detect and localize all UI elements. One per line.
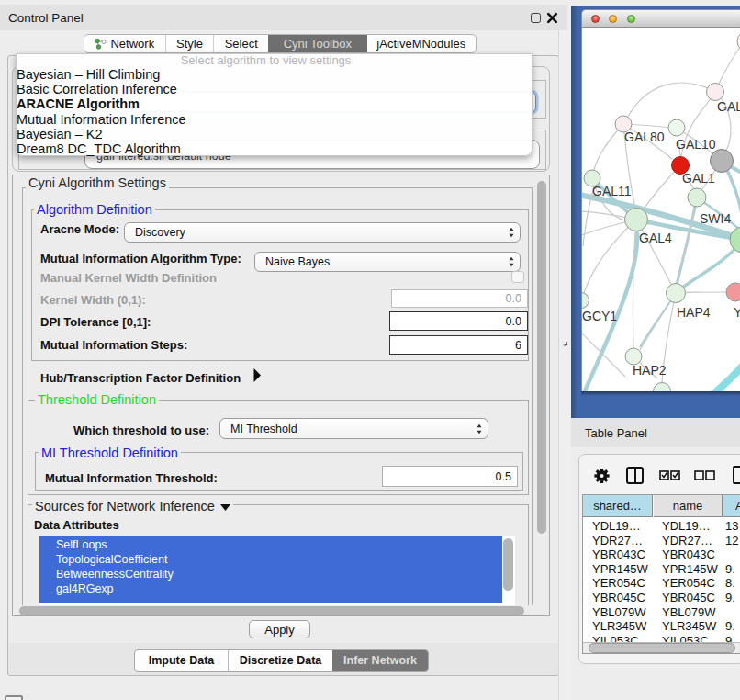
svg-text:Y: Y	[734, 305, 740, 320]
svg-text:SWI4: SWI4	[700, 211, 731, 226]
svg-text:HAP4: HAP4	[677, 305, 711, 320]
svg-text:GAL11: GAL11	[592, 184, 632, 198]
svg-text:GAL80: GAL80	[624, 130, 665, 144]
svg-text:GCY1: GCY1	[582, 309, 617, 323]
svg-text:GAL4: GAL4	[639, 231, 672, 245]
svg-text:GAL10: GAL10	[676, 137, 716, 152]
svg-text:GAL1: GAL1	[682, 171, 715, 186]
svg-text:GAL2: GAL2	[717, 99, 740, 114]
svg-text:HAP2: HAP2	[633, 363, 667, 378]
